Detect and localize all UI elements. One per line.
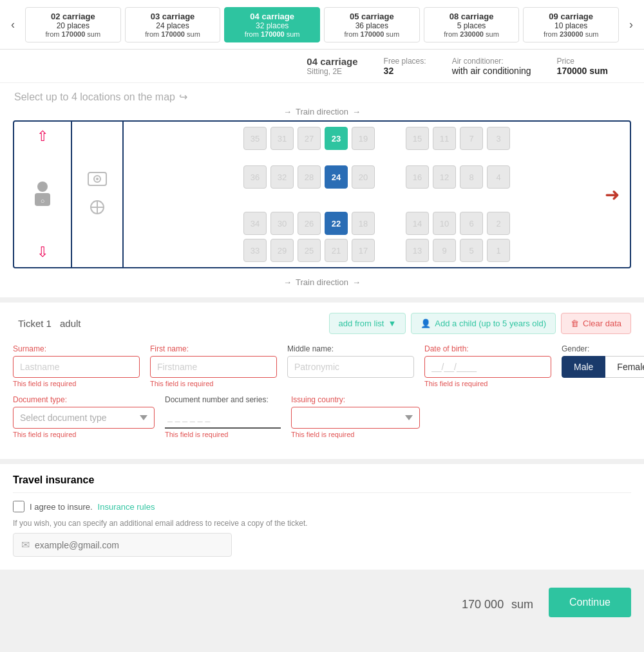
- train-direction-top: → Train direction →: [6, 103, 638, 120]
- seat-14[interactable]: 14: [406, 212, 429, 235]
- free-places-label: Free places:: [384, 57, 426, 66]
- seat-26[interactable]: 26: [298, 212, 321, 235]
- seat-31[interactable]: 31: [270, 127, 294, 150]
- add-child-icon: 👤: [421, 319, 431, 328]
- seat-24[interactable]: 24: [325, 165, 348, 189]
- seat-11[interactable]: 11: [433, 127, 456, 150]
- seat-16[interactable]: 16: [406, 165, 429, 189]
- seat-35[interactable]: 35: [243, 127, 267, 150]
- seats-area: 35 31 27 23 19 15 11 7 3 36 32: [124, 122, 630, 267]
- price-amount: 170 000: [462, 598, 504, 611]
- seat-34[interactable]: 34: [243, 212, 267, 235]
- free-places-block: Free places: 32: [384, 57, 426, 76]
- train-direction-bottom: → Train direction →: [6, 274, 638, 291]
- clear-data-button[interactable]: 🗑 Clear data: [561, 313, 631, 334]
- seat-4[interactable]: 4: [487, 165, 510, 189]
- seat-blank-1: [379, 127, 402, 150]
- add-child-button[interactable]: 👤 Add a child (up to 5 years old): [411, 313, 556, 334]
- carriage-item-02[interactable]: 02 carriage 20 places from 170000 sum: [25, 7, 121, 42]
- ticket-section: Ticket 1 adult add from list ▼ 👤 Add a c…: [0, 303, 644, 459]
- air-label: Air conditioner:: [452, 57, 531, 66]
- seat-30[interactable]: 30: [270, 212, 294, 235]
- seat-17[interactable]: 17: [352, 239, 375, 262]
- carriage-type: Sitting, 2E: [307, 67, 357, 76]
- seat-27[interactable]: 27: [298, 127, 321, 150]
- dropdown-icon: ▼: [388, 319, 396, 328]
- firstname-input[interactable]: [150, 356, 277, 378]
- insurance-section: Travel insurance I agree to insure. Insu…: [0, 464, 644, 570]
- seat-10[interactable]: 10: [433, 212, 456, 235]
- doc-num-input[interactable]: [165, 407, 281, 429]
- price-block: Price 170000 sum: [557, 57, 608, 76]
- dob-error: This field is required: [424, 380, 551, 387]
- issuing-error: This field is required: [291, 431, 420, 438]
- dob-input[interactable]: [424, 356, 551, 378]
- seat-33[interactable]: 33: [243, 239, 267, 262]
- select-locations-hint: Select up to 4 locations on the map ↪: [0, 83, 644, 103]
- form-row-2: Document type: Select document type This…: [13, 395, 631, 438]
- add-from-list-button[interactable]: add from list ▼: [329, 313, 406, 334]
- seat-8[interactable]: 8: [460, 165, 483, 189]
- seat-map-section: → Train direction → ⇧ ○ ⇩: [0, 103, 644, 297]
- carriage-item-09[interactable]: 09 carriage 10 places from 230000 sum: [523, 7, 619, 42]
- seat-23[interactable]: 23: [325, 127, 348, 150]
- email-icon: ✉: [21, 539, 30, 551]
- carriage-item-03[interactable]: 03 carriage 24 places from 170000 sum: [125, 7, 221, 42]
- seat-13[interactable]: 13: [406, 239, 429, 262]
- seat-36[interactable]: 36: [243, 165, 267, 189]
- doc-num-error: This field is required: [165, 431, 281, 438]
- seat-32[interactable]: 32: [270, 165, 294, 189]
- seat-map-right-arrow[interactable]: ➜: [605, 184, 620, 205]
- seat-20[interactable]: 20: [352, 165, 375, 189]
- seat-9[interactable]: 9: [433, 239, 456, 262]
- seat-28[interactable]: 28: [298, 165, 321, 189]
- seat-6[interactable]: 6: [460, 212, 483, 235]
- surname-group: Surname: This field is required: [13, 344, 140, 387]
- doc-type-select[interactable]: Select document type: [13, 407, 155, 429]
- female-button[interactable]: Female: [605, 356, 644, 378]
- seats-grid: 35 31 27 23 19 15 11 7 3 36 32: [243, 127, 510, 208]
- seat-5[interactable]: 5: [460, 239, 483, 262]
- seat-21[interactable]: 21: [325, 239, 348, 262]
- prev-carriage-button[interactable]: ‹: [3, 5, 23, 44]
- next-carriage-button[interactable]: ›: [621, 5, 641, 44]
- continue-button[interactable]: Continue: [549, 588, 631, 617]
- carriage-item-04[interactable]: 04 carriage 32 places from 170000 sum: [224, 7, 320, 42]
- insurance-checkbox[interactable]: [13, 501, 24, 512]
- seat-22[interactable]: 22: [325, 212, 348, 235]
- carriage-item-08[interactable]: 08 carriage 5 places from 230000 sum: [424, 7, 520, 42]
- lower-seats-row: 34 30 26 22 18 14 10 6 2: [243, 212, 510, 235]
- seat-7[interactable]: 7: [460, 127, 483, 150]
- seat-2[interactable]: 2: [487, 212, 510, 235]
- trash-icon: 🗑: [571, 319, 579, 328]
- gender-group: Gender: Male Female: [562, 344, 644, 387]
- seat-19[interactable]: 19: [352, 127, 375, 150]
- insurance-rules-link[interactable]: Insurance rules: [98, 502, 155, 512]
- middlename-group: Middle name:: [287, 344, 414, 387]
- issuing-country-select[interactable]: [291, 407, 420, 429]
- insurance-email-info: If you wish, you can specify an addition…: [13, 519, 631, 528]
- ticket-title: Ticket 1 adult: [13, 317, 81, 330]
- price-label: Price: [557, 57, 608, 66]
- surname-input[interactable]: [13, 356, 140, 378]
- svg-text:○: ○: [41, 197, 45, 205]
- seat-1[interactable]: 1: [487, 239, 510, 262]
- seat-29[interactable]: 29: [270, 239, 294, 262]
- email-input[interactable]: [35, 540, 223, 550]
- seat-15[interactable]: 15: [406, 127, 429, 150]
- carriage-item-05[interactable]: 05 carriage 36 places from 170000 sum: [324, 7, 420, 42]
- issuing-country-group: Issuing country: This field is required: [291, 395, 420, 438]
- seat-25[interactable]: 25: [298, 239, 321, 262]
- dob-label: Date of birth:: [424, 344, 551, 353]
- add-child-label: Add a child (up to 5 years old): [435, 319, 546, 328]
- seat-12[interactable]: 12: [433, 165, 456, 189]
- carriage-info: 04 carriage Sitting, 2E Free places: 32 …: [0, 50, 644, 83]
- seat-blank-3: [379, 212, 402, 235]
- middlename-input[interactable]: [287, 356, 414, 378]
- male-button[interactable]: Male: [562, 356, 605, 378]
- down-arrow-icon: ⇩: [37, 244, 48, 261]
- seat-18[interactable]: 18: [352, 212, 375, 235]
- doc-type-label: Document type:: [13, 395, 155, 404]
- insurance-agree-text: I agree to insure.: [30, 502, 93, 512]
- seat-3[interactable]: 3: [487, 127, 510, 150]
